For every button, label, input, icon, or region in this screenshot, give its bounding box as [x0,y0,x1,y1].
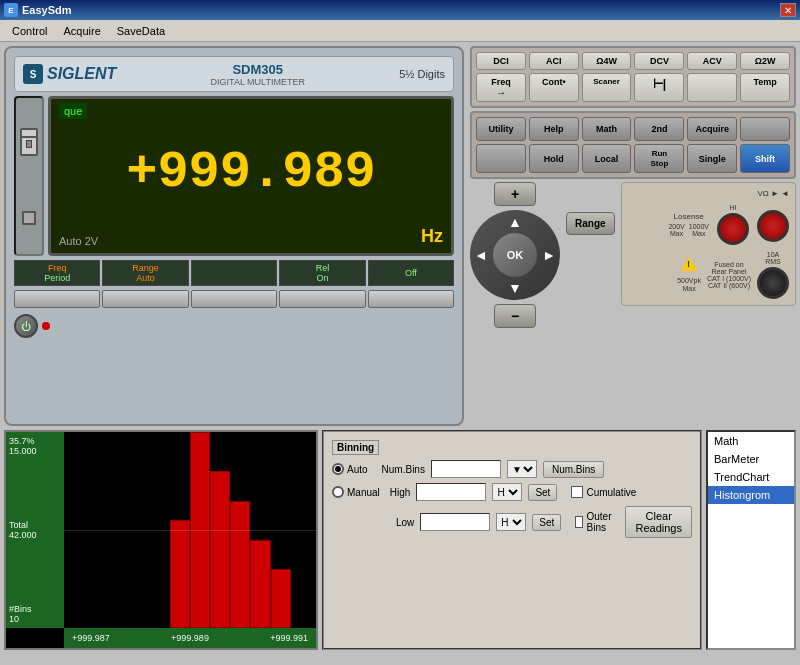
outer-bins-label: Outer Bins [586,511,615,533]
softkey-1-bottom: Period [44,273,70,283]
lo-connector[interactable] [757,210,789,242]
outer-bins-checkbox[interactable] [575,516,583,528]
softkey-label-2: Range Auto [102,260,188,286]
minus-button[interactable]: − [494,304,536,328]
numbins-select[interactable]: ▼ [507,460,537,478]
meas-btn-scaner[interactable]: Scaner [582,73,632,102]
x-label-right: +999.991 [270,633,308,643]
meas-btn-aci[interactable]: ACI [529,52,579,70]
func-btn-single[interactable]: Single [687,144,737,173]
ok-button[interactable]: OK [493,233,537,277]
losense-area: Losense 200VMax 1000VMax [668,212,709,237]
auto-radio[interactable] [332,463,344,475]
nav-down-arrow[interactable]: ▼ [508,280,522,296]
softkey-1-top: Freq [48,263,67,273]
plus-button[interactable]: + [494,182,536,206]
close-button[interactable]: ✕ [780,3,796,17]
digits-label: 5½ Digits [399,68,445,80]
cumulative-group[interactable]: Cumulative [571,486,636,498]
range-button[interactable]: Range [566,212,615,235]
manual-radio[interactable] [332,486,344,498]
v-label: VΩ ► ◄ [757,189,789,198]
siglent-header: S SIGLENT SDM305 DIGITAL MULTIMETER 5½ D… [14,56,454,92]
amp-connector[interactable] [757,267,789,299]
lcd-unit: Hz [421,226,443,247]
nav-right-arrow[interactable]: ► [542,247,556,263]
func-btn-acquire[interactable]: Acquire [687,117,737,141]
menu-savedata[interactable]: SaveData [109,23,173,39]
lcd-display: que +999.989 Auto 2V Hz [48,96,454,256]
high-hz-select[interactable]: Hz [492,483,522,501]
meas-btn-cont[interactable]: Cont• [529,73,579,102]
usb-port-icon [20,128,38,156]
menu-control[interactable]: Control [4,23,55,39]
manual-radio-group[interactable]: Manual [332,486,380,498]
hist-total: Total 42.000 [9,520,61,540]
siglent-logo: S SIGLENT [23,64,116,84]
softkey-button-row[interactable] [14,290,454,308]
low-input[interactable] [420,513,490,531]
logo-text: SIGLENT [47,65,116,83]
outer-bins-group[interactable]: Outer Bins [575,511,615,533]
low-set-button[interactable]: Set [532,514,561,531]
hist-bar [210,471,230,628]
nav-up-arrow[interactable]: ▲ [508,214,522,230]
numbins-label: Num.Bins [382,464,425,475]
hi-terminal: HI [717,204,749,245]
hist-bar [230,501,250,628]
list-item-math[interactable]: Math [708,432,794,450]
menu-acquire[interactable]: Acquire [55,23,108,39]
measurement-buttons-panel: DCI ACI Ω4W DCV ACV Ω2W Freq→ Cont• Scan… [470,46,796,108]
histogram-chart [64,432,316,628]
func-btn-hold[interactable]: Hold [529,144,579,173]
func-btn-math[interactable]: Math [582,117,632,141]
meas-btn-2w[interactable]: Ω2W [740,52,790,70]
softkey-4-top: Rel [316,263,330,273]
func-btn-runstop[interactable]: RunStop [634,144,684,173]
terminal-top-labels: VΩ ► ◄ [628,189,789,198]
meas-btn-freq[interactable]: Freq→ [476,73,526,102]
list-item-barmeter[interactable]: BarMeter [708,450,794,468]
nav-left-arrow[interactable]: ◄ [474,247,488,263]
func-btn-2nd[interactable]: 2nd [634,117,684,141]
cumulative-checkbox[interactable] [571,486,583,498]
lcd-top-label: que [59,103,87,119]
func-btn-help[interactable]: Help [529,117,579,141]
title-bar: E EasySdm ✕ [0,0,800,20]
model-info: SDM305 DIGITAL MULTIMETER [211,62,305,87]
auto-radio-group[interactable]: Auto [332,463,368,475]
power-led [42,322,50,330]
numbins-input[interactable] [431,460,501,478]
list-item-histongrom[interactable]: Histongrom [708,486,794,504]
hi-connector[interactable] [717,213,749,245]
auto-label: Auto [347,464,368,475]
func-btn-empty1 [740,117,790,141]
power-button[interactable]: ⏻ [14,314,38,338]
nav-area: + ▲ ▼ ◄ ► OK − [470,182,560,328]
meas-btn-cap[interactable]: ⊢| [634,73,684,102]
softkey-btn-4[interactable] [279,290,365,308]
list-item-trendchart[interactable]: TrendChart [708,468,794,486]
meas-btn-temp[interactable]: Temp [740,73,790,102]
high-input[interactable] [416,483,486,501]
numbins-button[interactable]: Num.Bins [543,461,604,478]
model-sub: DIGITAL MULTIMETER [211,77,305,87]
meas-btn-dcv[interactable]: DCV [634,52,684,70]
clear-readings-button[interactable]: Clear Readings [625,506,692,538]
softkey-btn-2[interactable] [102,290,188,308]
func-btn-shift[interactable]: Shift [740,144,790,173]
high-set-button[interactable]: Set [528,484,557,501]
meas-btn-acv[interactable]: ACV [687,52,737,70]
func-btn-utility[interactable]: Utility [476,117,526,141]
meas-btn-dci[interactable]: DCI [476,52,526,70]
softkey-btn-5[interactable] [368,290,454,308]
low-hz-select[interactable]: Hz [496,513,526,531]
hist-bar [250,540,270,628]
lower-terminals: ! 500VpkMax Fused onRear PanelCAT I (100… [628,251,789,299]
softkey-btn-3[interactable] [191,290,277,308]
meas-btn-4w[interactable]: Ω4W [582,52,632,70]
hist-pct: 35.7% 15.000 [9,436,61,456]
warning-area: ! 500VpkMax [677,257,701,294]
softkey-btn-1[interactable] [14,290,100,308]
func-btn-local[interactable]: Local [582,144,632,173]
